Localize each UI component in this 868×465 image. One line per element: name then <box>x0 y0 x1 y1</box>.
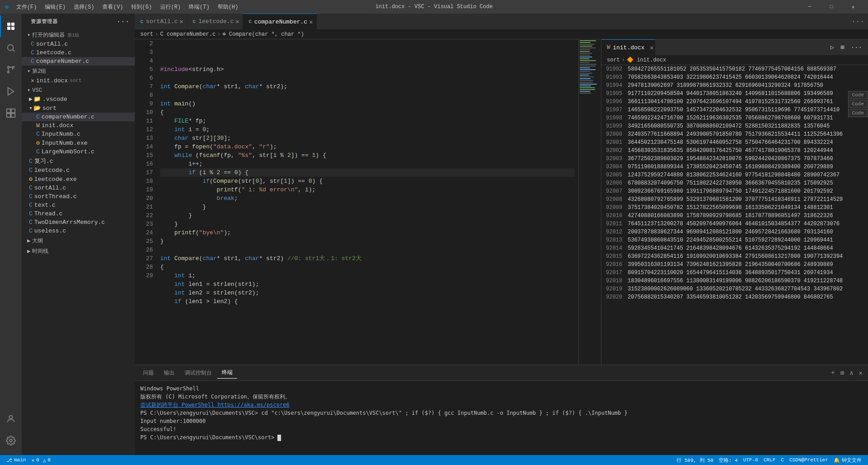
terminal-tab-output[interactable]: 输出 <box>159 367 179 379</box>
tab-close-button[interactable]: ✕ <box>234 18 241 25</box>
more-actions-button[interactable]: ··· <box>849 43 864 52</box>
file-twodimen[interactable]: C TwoDimenArrsMemory.c <box>22 218 135 227</box>
code-lines[interactable]: #include<string.h> int Compare(char* str… <box>157 39 578 365</box>
timeline-section[interactable]: ▶ 时间线 <box>22 246 135 256</box>
terminal-close-button[interactable]: ✕ <box>857 368 864 378</box>
terminal-tab-terminal[interactable]: 终端 <box>217 367 237 379</box>
code-label-2[interactable]: Code <box>848 100 868 108</box>
breadcrumb-symbol[interactable]: ⊕ Compare(char *, char *) <box>223 31 304 38</box>
code-label-1[interactable]: Code <box>848 91 868 99</box>
status-encoding[interactable]: UTF-8 <box>740 455 761 465</box>
file-leetcode-exe[interactable]: ⚙ leetcode.exe <box>22 175 135 184</box>
breadcrumb-file[interactable]: C compareNumber.c <box>160 31 215 38</box>
file-leetcode2[interactable]: C leetcode.c <box>22 166 135 175</box>
file-inputNumb-exe[interactable]: ⚙ InputNumb.exe <box>22 138 135 147</box>
title-menu: 文件(F)编辑(E)选择(S)查看(V)转到(G)运行(R)终端(T)帮助(H) <box>13 2 242 12</box>
line-no: 92015 <box>605 252 628 261</box>
menu-item[interactable]: 查看(V) <box>99 2 127 12</box>
status-right: 行 589, 列 50 空格: 4 UTF-8 CRLF C CSDN@Pret… <box>674 455 864 465</box>
open-file-leetcode[interactable]: C leetcode.c <box>22 48 135 57</box>
vsc-section[interactable]: ▾ VSC <box>22 85 135 95</box>
file-compareNumber[interactable]: C compareNumber.c <box>22 113 135 121</box>
menu-item[interactable]: 文件(F) <box>13 2 41 12</box>
open-editors-section[interactable]: ▾ 打开的编辑器 第1组 <box>22 29 135 40</box>
activity-settings-icon[interactable] <box>0 430 22 451</box>
menu-item[interactable]: 转到(G) <box>128 2 156 12</box>
tab-close-button[interactable]: ✕ <box>178 18 185 25</box>
terminal-add-button[interactable]: + <box>829 368 836 378</box>
menu-item[interactable]: 编辑(E) <box>41 2 69 12</box>
tab-close-button[interactable]: ✕ <box>307 18 315 25</box>
file-initdocx[interactable]: W init.docx <box>22 121 135 130</box>
file-sortThread[interactable]: C sortThread.c <box>22 192 135 201</box>
code-label-3[interactable]: Code <box>848 109 868 117</box>
code-token <box>160 280 174 289</box>
breadcrumb-file[interactable]: 🔶 init.docx <box>627 57 666 63</box>
folder-sort[interactable]: ▾ 📂 sort <box>22 104 135 113</box>
activity-account-icon[interactable] <box>0 408 22 430</box>
terminal-chevron-up-icon[interactable]: ∧ <box>848 368 855 378</box>
code-line: if(Compare(str[0], str[1]) == 0) { <box>160 177 575 185</box>
tab-compareNumber[interactable]: C compareNumber.c ✕ <box>243 14 317 29</box>
terminal-split-button[interactable]: ⊞ <box>839 368 846 378</box>
activity-explorer-icon[interactable] <box>0 15 22 37</box>
file-inputNumb-c[interactable]: C InputNumb.c <box>22 130 135 138</box>
maximize-button[interactable]: □ <box>821 0 842 14</box>
activity-debug-icon[interactable] <box>0 81 22 102</box>
file-icon: C <box>193 19 196 24</box>
status-eol[interactable]: CRLF <box>761 455 778 465</box>
line-number: 11 <box>138 117 153 125</box>
terminal-content[interactable]: Windows PowerShell版权所有 (C) Microsoft Cor… <box>135 381 868 455</box>
minimize-button[interactable]: ─ <box>799 0 820 14</box>
open-file-initdocx[interactable]: ✕ init.docx sort <box>22 76 135 85</box>
more-tabs-button[interactable]: ··· <box>851 14 864 29</box>
line-no: 92020 <box>605 293 628 301</box>
status-git-branch[interactable]: ⎇ main <box>4 455 29 465</box>
terminal-tab-debug[interactable]: 调试控制台 <box>180 367 216 379</box>
status-prettier[interactable]: CSDN@Prettier <box>787 455 831 465</box>
status-position[interactable]: 行 589, 列 50 <box>674 455 716 465</box>
tab-leetcode[interactable]: C leetcode.c ✕ <box>187 14 243 29</box>
activity-extensions-icon[interactable] <box>0 102 22 124</box>
sidebar-more-button[interactable]: ··· <box>116 18 129 26</box>
terminal-tab-problems[interactable]: 问题 <box>138 367 158 379</box>
code-content[interactable]: 2345678910111213141516171819202122232425… <box>135 39 601 365</box>
menu-item[interactable]: 帮助(H) <box>214 2 242 12</box>
activity-search-icon[interactable] <box>0 37 22 59</box>
code-line: } <box>160 203 575 211</box>
menu-item[interactable]: 运行(R) <box>157 2 185 12</box>
tab-sortAll[interactable]: C sortAll.c ✕ <box>135 14 187 29</box>
menu-item[interactable]: 终端(T) <box>185 2 213 12</box>
activity-git-icon[interactable] <box>0 59 22 81</box>
file-useless[interactable]: C useless.c <box>22 227 135 235</box>
status-notifications[interactable]: 🔔 钟文文件 <box>831 455 864 465</box>
right-panel-tab[interactable]: W init.docx ✕ <box>601 39 655 55</box>
menu-item[interactable]: 选择(S) <box>70 2 98 12</box>
breadcrumb-sort[interactable]: sort <box>140 31 153 38</box>
open-file-sortAll[interactable]: C sortAll.c <box>22 40 135 48</box>
data-nums: 36445021230475148 53061974460952758 5750… <box>628 138 833 147</box>
open-file-compareNumber[interactable]: C compareNumber.c <box>22 57 135 66</box>
breadcrumb-sort[interactable]: sort <box>607 57 620 63</box>
group2-section[interactable]: ▾ 第2组 <box>22 66 135 76</box>
code-token: int <box>160 82 171 91</box>
right-data-area[interactable]: Code Code Code 91992580427265551181052 2… <box>601 65 868 365</box>
split-button[interactable]: ⊞ <box>838 43 846 52</box>
file-largeNumbSort[interactable]: C LargeNumbSort.c <box>22 147 135 156</box>
run-button[interactable]: ▷ <box>828 43 836 52</box>
status-errors[interactable]: ✕ 0 △ 0 <box>29 455 53 465</box>
outline-section[interactable]: ▶ 大纲 <box>22 235 135 246</box>
line-no: 92006 <box>605 179 628 187</box>
file-sortAll2[interactable]: C sortAll.c <box>22 184 135 192</box>
close-button[interactable]: ✕ <box>843 0 863 14</box>
file-thread[interactable]: C Thread.c <box>22 209 135 218</box>
file-label: init.docx <box>42 122 73 129</box>
terminal-link[interactable]: 尝试新的跨平台 PowerShell https://aka.ms/pscore… <box>140 402 290 408</box>
status-indent[interactable]: 空格: 4 <box>716 455 740 465</box>
tab-close-button[interactable]: ✕ <box>650 44 653 52</box>
file-fuxiC[interactable]: C 复习.c <box>22 156 135 166</box>
data-row: 9200032403577611668894 24939005701850780… <box>601 130 868 138</box>
status-language[interactable]: C <box>778 455 787 465</box>
folder-vscode[interactable]: ▶ 📁 .vscode <box>22 95 135 104</box>
file-text[interactable]: C text.c <box>22 201 135 209</box>
